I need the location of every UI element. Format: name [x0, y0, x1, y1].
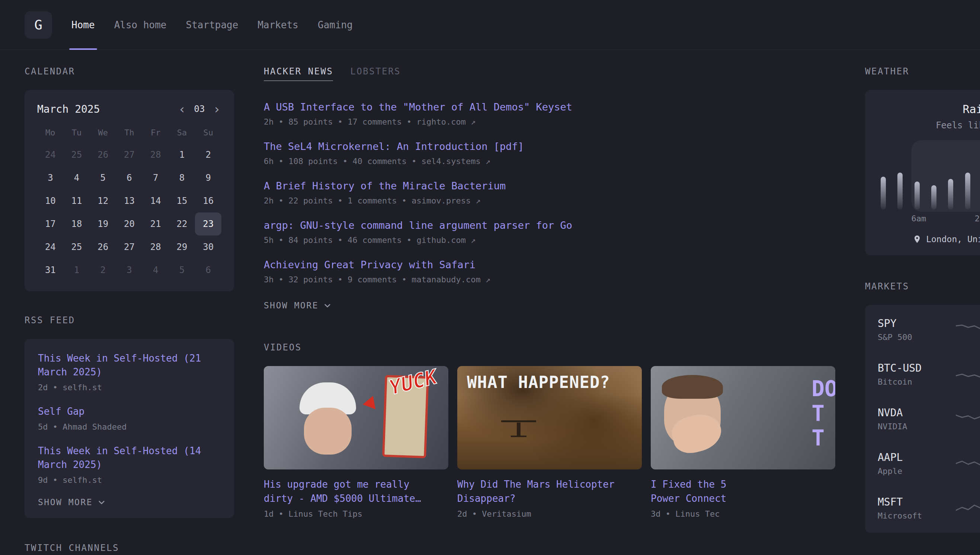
weekday-label: We	[90, 124, 116, 141]
news-tab-hacker-news[interactable]: HACKER NEWS	[264, 66, 333, 81]
nav-tab-markets[interactable]: Markets	[248, 0, 308, 50]
news-item-meta: 2h • 22 points • 1 comments • asimov.pre…	[264, 196, 835, 205]
market-ticker: BTC-USD	[878, 362, 952, 374]
market-name: NVIDIA	[878, 422, 952, 431]
market-ticker: AAPL	[878, 451, 952, 464]
rss-item-title[interactable]: Self Gap	[38, 405, 221, 419]
news-widget: HACKER NEWSLOBSTERS A USB Interface to t…	[264, 66, 835, 310]
market-row-msft[interactable]: MSFTMicrosoft+1.14%$391.26	[878, 486, 980, 531]
calendar-weekday-row: MoTuWeThFrSaSu	[37, 124, 221, 141]
market-row-btc-usd[interactable]: BTC-USDBitcoin+1.39%$84,999.29	[878, 352, 980, 396]
calendar-day: 29	[169, 236, 195, 258]
calendar-day: 5	[90, 166, 116, 189]
calendar-day: 24	[37, 143, 64, 166]
calendar-day: 10	[37, 189, 64, 212]
nav-tab-gaming[interactable]: Gaming	[308, 0, 362, 50]
rss-item-title[interactable]: This Week in Self-Hosted (21 March 2025)	[38, 351, 221, 379]
calendar-day: 6	[195, 258, 221, 282]
news-item-title[interactable]: The SeL4 Microkernel: An Introduction [p…	[264, 141, 835, 152]
news-item-title[interactable]: A USB Interface to the "Mother of All De…	[264, 101, 835, 113]
app-logo[interactable]: G	[24, 11, 52, 38]
calendar-day: 11	[64, 189, 90, 212]
weekday-label: Su	[195, 124, 221, 141]
calendar-day: 24	[37, 236, 64, 258]
video-title[interactable]: Why Did The Mars Helicopter Disappear?	[457, 478, 632, 505]
market-identity: SPYS&P 500	[878, 317, 952, 342]
video-thumbnail[interactable]: WHAT HAPPENED?	[457, 366, 642, 470]
video-card[interactable]: DO T TI Fixed the 5 Power Connect3d • Li…	[651, 366, 835, 518]
market-name: Apple	[878, 467, 952, 476]
market-row-nvda[interactable]: NVDANVIDIA-0.70%$117.70	[878, 396, 980, 441]
video-title[interactable]: His upgrade got me really dirty - AMD $5…	[264, 478, 439, 505]
video-card[interactable]: YUCKHis upgrade got me really dirty - AM…	[264, 366, 448, 518]
video-card[interactable]: WHAT HAPPENED?Why Did The Mars Helicopte…	[457, 366, 642, 518]
videos-widget: VIDEOS YUCKHis upgrade got me really dir…	[264, 342, 835, 518]
weather-time-spacer	[927, 214, 943, 223]
news-tab-lobsters[interactable]: LOBSTERS	[350, 66, 401, 81]
calendar-prev-button[interactable]: ‹	[178, 103, 186, 115]
video-thumbnail[interactable]: YUCK	[264, 366, 448, 470]
news-item-meta: 2h • 85 points • 17 comments • righto.co…	[264, 117, 835, 127]
calendar-day: 6	[116, 166, 143, 189]
market-identity: MSFTMicrosoft	[878, 496, 952, 520]
nav-tab-startpage[interactable]: Startpage	[176, 0, 248, 50]
rss-show-more-button[interactable]: SHOW MORE	[38, 497, 221, 507]
videos-row: YUCKHis upgrade got me really dirty - AM…	[264, 366, 835, 518]
calendar-day: 28	[143, 236, 169, 258]
weather-bar	[914, 146, 920, 209]
rss-item: Self Gap5d • Ahmad Shadeed	[38, 405, 221, 431]
weather-time-label: 2pm	[974, 214, 980, 223]
news-item-title[interactable]: A Brief History of the Miracle Bacterium	[264, 180, 835, 192]
video-thumbnail[interactable]: DO T T	[651, 366, 835, 470]
location-pin-icon	[913, 235, 922, 244]
weather-location-row: London, United Kingdom	[879, 234, 980, 244]
news-item-title[interactable]: Achieving Great Privacy with Safari	[264, 259, 835, 270]
calendar-day-today: 23	[195, 212, 221, 236]
calendar-day: 27	[116, 236, 143, 258]
calendar-day: 18	[64, 212, 90, 236]
news-item: argp: GNU-style command line argument pa…	[264, 220, 835, 245]
decor-face	[304, 408, 351, 455]
news-item-meta: 5h • 84 points • 46 comments • github.co…	[264, 236, 835, 245]
nav-tab-also-home[interactable]: Also home	[104, 0, 176, 50]
rss-show-more-label: SHOW MORE	[38, 497, 93, 507]
rss-section-title: RSS FEED	[24, 315, 234, 326]
nav-tab-home[interactable]: Home	[62, 0, 104, 50]
weather-bar-fill	[914, 181, 920, 209]
calendar-day: 25	[64, 143, 90, 166]
rss-item-title[interactable]: This Week in Self-Hosted (14 March 2025)	[38, 444, 221, 472]
market-row-spy[interactable]: SPYS&P 500-0.27%$563.98	[878, 307, 980, 352]
market-ticker: MSFT	[878, 496, 952, 508]
rss-item: This Week in Self-Hosted (14 March 2025)…	[38, 444, 221, 485]
market-name: S&P 500	[878, 332, 952, 342]
market-ticker: SPY	[878, 317, 952, 330]
news-item-meta: 6h • 108 points • 40 comments • sel4.sys…	[264, 157, 835, 166]
calendar-next-button[interactable]: ›	[212, 103, 221, 115]
calendar-day: 4	[64, 166, 90, 189]
rss-widget: RSS FEED This Week in Self-Hosted (21 Ma…	[24, 315, 234, 518]
market-row-aapl[interactable]: AAPLApple+1.95%$218.27	[878, 441, 980, 486]
center-column: HACKER NEWSLOBSTERS A USB Interface to t…	[264, 66, 835, 518]
weekday-label: Mo	[37, 124, 64, 141]
news-show-more-button[interactable]: SHOW MORE	[264, 301, 332, 310]
right-column: WEATHER Rain Feels like 11°C 12° 6am2pm1…	[865, 66, 980, 533]
calendar-day: 2	[90, 258, 116, 282]
rss-item-meta: 9d • selfh.st	[38, 475, 221, 485]
twitch-section-title: TWITCH CHANNELS	[24, 543, 234, 553]
weather-time-labels: 6am2pm10pm	[879, 214, 980, 223]
calendar-day: 26	[90, 143, 116, 166]
calendar-day: 26	[90, 236, 116, 258]
markets-widget: MARKETS SPYS&P 500-0.27%$563.98BTC-USDBi…	[865, 281, 980, 533]
news-item-title[interactable]: argp: GNU-style command line argument pa…	[264, 220, 835, 231]
market-identity: BTC-USDBitcoin	[878, 362, 952, 387]
video-title[interactable]: I Fixed the 5 Power Connect	[651, 478, 826, 505]
calendar-day: 4	[143, 258, 169, 282]
calendar-day: 20	[116, 212, 143, 236]
calendar-day: 3	[37, 166, 64, 189]
calendar-day: 15	[169, 189, 195, 212]
weather-section-title: WEATHER	[865, 66, 980, 77]
weather-card: Rain Feels like 11°C 12° 6am2pm10pm Lond…	[865, 90, 980, 255]
calendar-days-grid: 2425262728123456789101112131415161718192…	[37, 143, 221, 282]
markets-card: SPYS&P 500-0.27%$563.98BTC-USDBitcoin+1.…	[865, 305, 980, 533]
news-show-more-label: SHOW MORE	[264, 301, 319, 310]
